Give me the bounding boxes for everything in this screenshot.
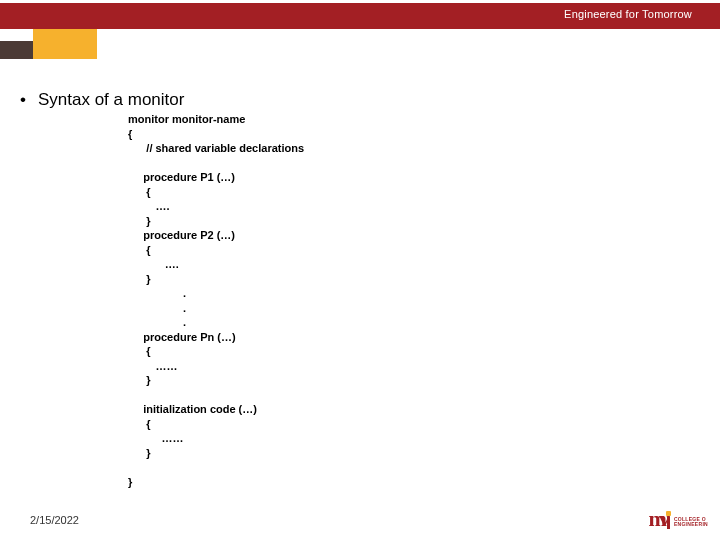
logo-subtext-bottom: ENGINEERIN [674, 521, 708, 527]
slide-heading-text: Syntax of a monitor [38, 90, 184, 110]
logo-i-dot-icon [666, 511, 671, 516]
header-tagline: Engineered for Tomorrow [564, 8, 692, 20]
footer-date: 2/15/2022 [30, 514, 79, 526]
logo-i-stem-icon [667, 517, 670, 529]
logo-subtext: COLLEGE O ENGINEERIN [674, 517, 708, 527]
bullet-dot-icon: • [20, 91, 26, 108]
logo-i-glyph [666, 511, 671, 529]
accent-brown-block [0, 41, 33, 59]
slide-heading: • Syntax of a monitor [20, 90, 184, 110]
accent-yellow-block [33, 29, 97, 59]
monitor-syntax-code: monitor monitor-name { // shared variabl… [128, 112, 304, 489]
mvj-logo: m v COLLEGE O ENGINEERIN [649, 508, 708, 530]
